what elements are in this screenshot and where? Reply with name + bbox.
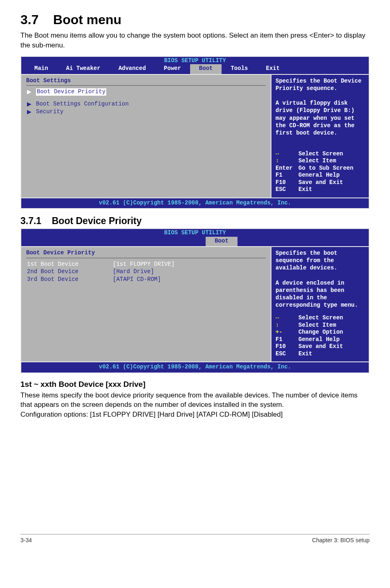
arrows-vertical-icon: ↕ bbox=[276, 322, 294, 329]
help-text: Specifies the boot sequence from the ava… bbox=[276, 249, 365, 309]
tab-ai-tweaker[interactable]: Ai Tweaker bbox=[57, 64, 110, 74]
subsection-title: Boot Device Priority bbox=[52, 215, 142, 226]
boot-dev-1-value: [1st FLOPPY DRIVE] bbox=[113, 261, 175, 268]
page-footer: 3-34 Chapter 3: BIOS setup bbox=[20, 534, 370, 543]
section-number: 3.7 bbox=[20, 12, 38, 27]
list-item[interactable]: 1st Boot Device [1st FLOPPY DRIVE] bbox=[27, 261, 266, 268]
page-number: 3-34 bbox=[20, 537, 32, 543]
enter-key-label: Enter bbox=[276, 165, 294, 172]
item-boot-device-priority: Boot Device Priority bbox=[36, 88, 106, 96]
subsection-heading: 3.7.1 Boot Device Priority bbox=[20, 215, 370, 227]
bios-screen-boot-device-priority: BIOS SETUP UTILITY Boot Boot Device Prio… bbox=[20, 228, 370, 373]
nav-save-exit: Save and Exit bbox=[298, 343, 343, 350]
f1-key-label: F1 bbox=[276, 336, 294, 343]
bios-footer: v02.61 (C)Copyright 1985-2008, American … bbox=[21, 197, 369, 209]
section-intro: The Boot menu items allow you to change … bbox=[20, 31, 370, 50]
chapter-label: Chapter 3: BIOS setup bbox=[312, 537, 370, 543]
bios-footer: v02.61 (C)Copyright 1985-2008, American … bbox=[21, 361, 369, 373]
nav-select-screen: Select Screen bbox=[298, 314, 343, 322]
boot-dev-3-value: [ATAPI CD-ROM] bbox=[113, 276, 161, 283]
f10-key-label: F10 bbox=[276, 343, 294, 350]
list-item[interactable]: 3rd Boot Device [ATAPI CD-ROM] bbox=[27, 276, 266, 283]
nav-general-help: General Help bbox=[298, 172, 340, 179]
nav-select-item: Select Item bbox=[298, 157, 336, 165]
esc-key-label: ESC bbox=[276, 186, 294, 193]
boot-device-item-heading: 1st ~ xxth Boot Device [xxx Drive] bbox=[20, 380, 370, 389]
list-item[interactable]: ▶ Security bbox=[26, 108, 266, 116]
pointer-icon: ▶ bbox=[26, 88, 32, 96]
bios-right-panel: Specifies the boot sequence from the ava… bbox=[271, 247, 369, 361]
boot-dev-1-label: 1st Boot Device bbox=[27, 261, 105, 268]
nav-sub-screen: Go to Sub Screen bbox=[298, 165, 353, 172]
bios-title: BIOS SETUP UTILITY bbox=[21, 57, 369, 65]
f10-key-label: F10 bbox=[276, 179, 294, 186]
section-title-text: Boot menu bbox=[53, 12, 121, 27]
list-item[interactable]: ▶ Boot Device Priority bbox=[26, 88, 266, 96]
nav-select-item: Select Item bbox=[298, 322, 336, 329]
boot-dev-2-label: 2nd Boot Device bbox=[27, 268, 105, 276]
boot-dev-2-value: [Hard Drive] bbox=[113, 268, 154, 276]
bios-screen-boot-settings: BIOS SETUP UTILITY Main Ai Tweaker Advan… bbox=[20, 56, 370, 209]
arrows-horizontal-icon: ↔ bbox=[276, 314, 294, 322]
tab-main[interactable]: Main bbox=[25, 64, 57, 74]
plus-minus-icon: +- bbox=[276, 329, 294, 336]
help-text: Specifies the Boot Device Priority seque… bbox=[276, 77, 365, 137]
tab-boot[interactable]: Boot bbox=[206, 237, 238, 247]
list-item[interactable]: 2nd Boot Device [Hard Drive] bbox=[27, 268, 266, 276]
boot-device-description: These items specify the boot device prio… bbox=[20, 391, 370, 410]
nav-hints: ↔Select Screen ↕Select Item EnterGo to S… bbox=[276, 150, 365, 193]
nav-general-help: General Help bbox=[298, 336, 340, 343]
bios-tab-bar: Main Ai Tweaker Advanced Power Boot Tool… bbox=[21, 64, 369, 74]
nav-save-exit: Save and Exit bbox=[298, 179, 343, 186]
separator bbox=[26, 85, 266, 86]
tab-boot[interactable]: Boot bbox=[190, 64, 222, 74]
nav-exit: Exit bbox=[298, 350, 312, 358]
separator bbox=[26, 258, 266, 258]
tab-advanced[interactable]: Advanced bbox=[110, 64, 155, 74]
esc-key-label: ESC bbox=[276, 350, 294, 358]
tab-exit[interactable]: Exit bbox=[257, 64, 289, 74]
list-item[interactable]: ▶ Boot Settings Configuration bbox=[26, 101, 266, 108]
bios-right-panel: Specifies the Boot Device Priority seque… bbox=[271, 75, 369, 197]
bios-tab-bar: Boot bbox=[21, 237, 369, 247]
subsection-number: 3.7.1 bbox=[20, 215, 41, 226]
pointer-icon: ▶ bbox=[26, 101, 32, 108]
pointer-icon: ▶ bbox=[26, 108, 32, 116]
boot-device-priority-heading: Boot Device Priority bbox=[26, 249, 266, 257]
arrows-vertical-icon: ↕ bbox=[276, 157, 294, 165]
bios-title: BIOS SETUP UTILITY bbox=[21, 229, 369, 237]
bios-left-panel: Boot Settings ▶ Boot Device Priority ▶ B… bbox=[21, 75, 271, 197]
configuration-options: Configuration options: [1st FLOPPY DRIVE… bbox=[20, 410, 370, 420]
arrows-horizontal-icon: ↔ bbox=[276, 150, 294, 158]
nav-select-screen: Select Screen bbox=[298, 150, 343, 158]
boot-settings-heading: Boot Settings bbox=[26, 77, 266, 85]
nav-exit: Exit bbox=[298, 186, 312, 193]
f1-key-label: F1 bbox=[276, 172, 294, 179]
bios-left-panel: Boot Device Priority 1st Boot Device [1s… bbox=[21, 247, 271, 361]
nav-change-option: Change Option bbox=[298, 329, 343, 336]
item-boot-settings-config: Boot Settings Configuration bbox=[36, 101, 129, 108]
tab-power[interactable]: Power bbox=[155, 64, 190, 74]
boot-dev-3-label: 3rd Boot Device bbox=[27, 276, 105, 283]
nav-hints: ↔Select Screen ↕Select Item +-Change Opt… bbox=[276, 314, 365, 357]
tab-tools[interactable]: Tools bbox=[222, 64, 257, 74]
item-security: Security bbox=[36, 108, 63, 116]
section-heading: 3.7 Boot menu bbox=[20, 12, 370, 27]
